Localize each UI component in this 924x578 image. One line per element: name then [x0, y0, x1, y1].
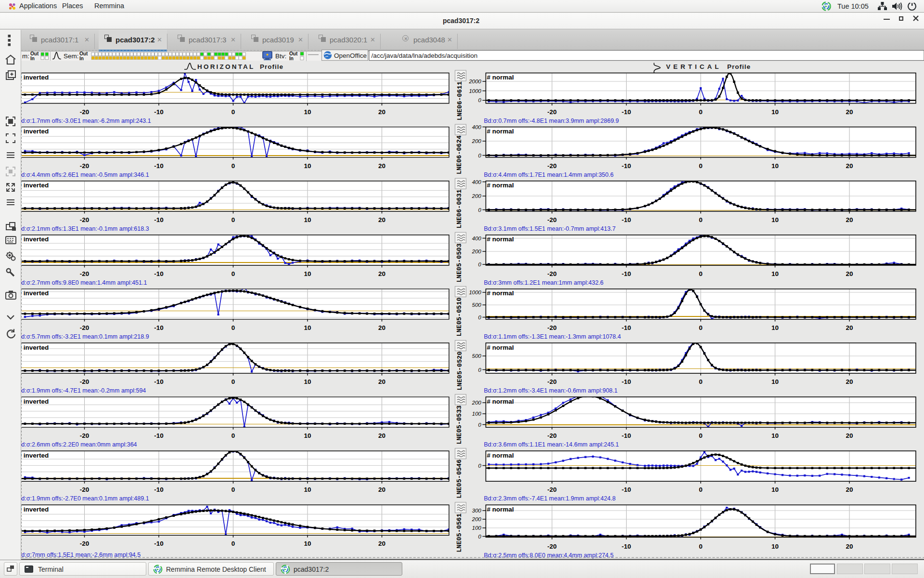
svg-text:10: 10 [771, 270, 779, 277]
svg-text:# inverted: # inverted [18, 182, 49, 189]
svg-text:# normal: # normal [487, 128, 514, 135]
svg-text:# inverted: # inverted [18, 506, 49, 513]
svg-text:500: 500 [472, 302, 482, 308]
svg-text:20: 20 [846, 324, 853, 331]
svg-text:# normal: # normal [487, 344, 514, 351]
svg-text:-10: -10 [154, 324, 164, 331]
svg-text:-20: -20 [80, 432, 90, 439]
svg-text:Bd:σ:1.1mm offs:-1.3E1 mean:-1: Bd:σ:1.1mm offs:-1.3E1 mean:-1.3mm ampl:… [484, 333, 621, 340]
svg-text:-20: -20 [80, 270, 90, 277]
svg-text:LNE05-0510: LNE05-0510 [456, 297, 463, 336]
svg-text:20: 20 [378, 216, 385, 223]
svg-text:0: 0 [699, 432, 703, 439]
svg-text:-20: -20 [547, 270, 557, 277]
svg-text:-10: -10 [622, 432, 631, 439]
svg-text:20: 20 [846, 486, 853, 493]
svg-text:Bd:σ:2.3mm offs:-7.4E1 mean:1.: Bd:σ:2.3mm offs:-7.4E1 mean:1.9mm ampl:4… [484, 495, 616, 502]
svg-text:20: 20 [846, 543, 853, 550]
svg-text:10: 10 [304, 378, 311, 385]
svg-text:LNE06-0611: LNE06-0611 [456, 81, 463, 120]
svg-text:Profile: Profile [260, 63, 283, 70]
svg-text:-20: -20 [80, 540, 90, 547]
svg-text:-10: -10 [154, 270, 164, 277]
svg-text:10: 10 [771, 432, 779, 439]
svg-text:20: 20 [378, 432, 385, 439]
svg-text:20: 20 [378, 486, 385, 493]
svg-text:Btv:: Btv: [275, 53, 286, 60]
svg-text:10: 10 [771, 486, 779, 493]
svg-text:-10: -10 [622, 378, 631, 385]
svg-text:20: 20 [846, 108, 853, 116]
svg-text:10: 10 [771, 162, 779, 170]
svg-text:Bd:σ:1.9mm offs:-2.7E0 mean:0.: Bd:σ:1.9mm offs:-2.7E0 mean:0.1mm ampl:4… [17, 495, 149, 502]
svg-text:0: 0 [231, 162, 235, 170]
svg-text:10: 10 [304, 486, 311, 493]
svg-text:100: 100 [472, 525, 482, 531]
svg-text:20: 20 [846, 216, 853, 223]
svg-text:-20: -20 [80, 216, 90, 223]
svg-text:-20: -20 [80, 162, 90, 170]
svg-text:20: 20 [846, 270, 853, 277]
svg-text:0: 0 [699, 486, 703, 493]
svg-text:-20: -20 [547, 543, 557, 550]
svg-text:20: 20 [378, 162, 385, 170]
svg-text:# normal: # normal [487, 74, 514, 81]
svg-text:20: 20 [378, 324, 385, 331]
svg-text:200: 200 [472, 193, 482, 199]
svg-text:0: 0 [699, 270, 703, 277]
svg-text:-10: -10 [154, 216, 164, 223]
svg-text:0: 0 [699, 324, 703, 331]
svg-text:Bd:σ:1.9mm offs:-4.7E1 mean:-0: Bd:σ:1.9mm offs:-4.7E1 mean:-0.2mm ampl:… [17, 387, 146, 394]
svg-text:# normal: # normal [487, 182, 514, 189]
svg-text:OpenOffice: OpenOffice [334, 52, 367, 59]
svg-text:-20: -20 [80, 324, 90, 331]
svg-text:-10: -10 [154, 432, 164, 439]
svg-text:# normal: # normal [487, 236, 514, 243]
svg-text:100: 100 [472, 411, 482, 417]
svg-text:Profile: Profile [727, 63, 751, 70]
svg-text:0: 0 [478, 207, 482, 213]
svg-text:Sem:: Sem: [64, 53, 79, 60]
svg-text:-10: -10 [622, 324, 631, 331]
svg-text:200: 200 [472, 249, 482, 254]
svg-text:0: 0 [231, 540, 235, 547]
svg-text:-10: -10 [154, 108, 164, 116]
svg-text:10: 10 [771, 108, 779, 116]
svg-text:-10: -10 [622, 162, 631, 170]
svg-text:-20: -20 [547, 108, 557, 116]
svg-text:Bd:σ:1.2mm offs:-3.4E1 mean:-0: Bd:σ:1.2mm offs:-3.4E1 mean:-0.6mm ampl:… [484, 387, 618, 394]
svg-text:0: 0 [231, 216, 235, 223]
svg-text:Bd:σ:2.7mm offs:9.8E0 mean:1.4: Bd:σ:2.7mm offs:9.8E0 mean:1.4mm ampl:45… [17, 279, 147, 286]
svg-text:LNE05-0503: LNE05-0503 [456, 243, 463, 282]
svg-text:0: 0 [231, 378, 235, 385]
svg-text:0: 0 [231, 486, 235, 493]
svg-text:-10: -10 [622, 108, 631, 116]
svg-text:400: 400 [472, 179, 482, 185]
svg-text:10: 10 [771, 324, 779, 331]
svg-text:10: 10 [304, 432, 311, 439]
svg-text:HORIZONTAL: HORIZONTAL [197, 63, 255, 70]
svg-text:# normal: # normal [487, 452, 514, 459]
svg-text:Bd:σ:3mm offs:1.2E1 mean:1mm a: Bd:σ:3mm offs:1.2E1 mean:1mm ampl:432.6 [484, 279, 604, 286]
svg-text:In: In [79, 56, 84, 61]
svg-text:20: 20 [378, 270, 385, 277]
svg-text:400: 400 [472, 124, 482, 130]
svg-text:2000: 2000 [468, 79, 481, 84]
svg-text:0: 0 [699, 108, 703, 116]
svg-text:0: 0 [699, 216, 703, 223]
svg-text:LNE05-0546: LNE05-0546 [456, 460, 463, 499]
svg-text:Bd:σ:0.7mm offs:-4.8E1 mean:3.: Bd:σ:0.7mm offs:-4.8E1 mean:3.9mm ampl:2… [484, 118, 619, 124]
svg-text:LNE06-0631: LNE06-0631 [456, 189, 463, 228]
svg-text:-10: -10 [622, 216, 631, 223]
svg-text:-20: -20 [547, 162, 557, 170]
svg-text:# inverted: # inverted [18, 236, 49, 243]
svg-text:m:: m: [22, 53, 29, 60]
svg-text:# inverted: # inverted [18, 289, 49, 297]
svg-text:-20: -20 [80, 108, 90, 116]
svg-text:-10: -10 [154, 486, 164, 493]
svg-text:10: 10 [304, 540, 311, 547]
svg-text:Bd:σ:3.1mm offs:1.5E1 mean:-0.: Bd:σ:3.1mm offs:1.5E1 mean:-0.7mm ampl:4… [484, 225, 616, 232]
svg-text:# normal: # normal [487, 289, 514, 297]
svg-text:0: 0 [231, 270, 235, 277]
svg-text:10: 10 [771, 543, 779, 550]
